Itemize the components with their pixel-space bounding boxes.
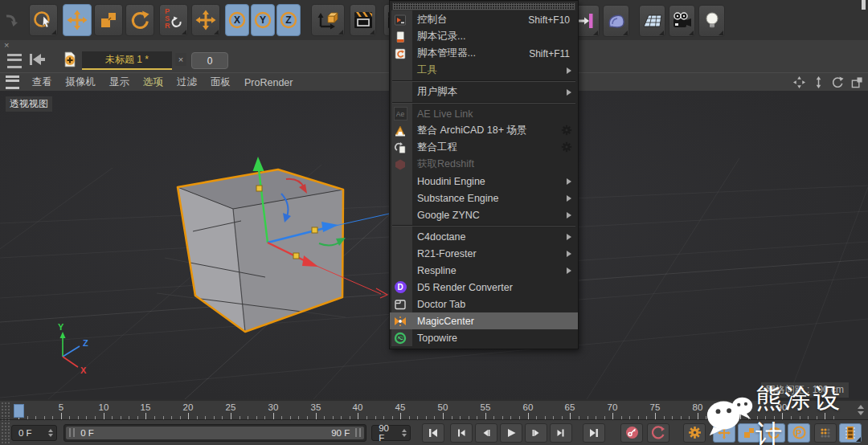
menu-item-c4doctane[interactable]: C4doctane [390,228,578,245]
previous-key-button[interactable] [450,423,473,443]
last-tool-move-button[interactable] [191,4,220,36]
camera-button[interactable] [669,5,695,37]
menu-panel[interactable]: 面板 [211,76,231,89]
topowire-icon [394,332,407,345]
cube-object[interactable] [157,169,346,332]
submenu-arrow-icon [567,212,571,218]
submenu-arrow-icon [567,89,571,96]
viewport-menu-icon[interactable] [6,76,19,89]
undo-button[interactable] [2,4,24,36]
layout-menu-icon[interactable] [7,54,22,68]
record-keyframe-button[interactable] [620,423,643,443]
menu-display[interactable]: 显示 [109,76,129,89]
console-icon [394,14,407,27]
menu-item-ae-live-link[interactable]: Ae AE Live Link [390,105,578,122]
menu-item-topowire[interactable]: Topowire [390,329,578,346]
coordinate-system-icon [316,10,340,31]
menu-item-substance-engine[interactable]: Substance Engine [390,190,578,206]
viewport-name-label: 透视视图 [6,96,52,112]
tab-close-button[interactable]: × [175,53,186,66]
frame-spinner[interactable] [43,429,53,437]
toggle-view-icon[interactable] [851,76,863,88]
move-tool-icon [67,10,88,31]
range-start-cap[interactable] [69,428,75,437]
preview-range-slider[interactable]: 0 F 90 F [63,424,366,442]
timeline-playhead[interactable] [14,404,24,418]
range-end-cap[interactable] [355,428,361,437]
light-button[interactable] [698,5,725,37]
menu-view[interactable]: 查看 [32,76,52,89]
timeline-grip[interactable] [0,401,10,421]
play-button[interactable] [500,423,522,443]
next-key-button[interactable] [550,423,572,443]
render-view-button[interactable] [350,4,376,36]
new-document-button[interactable] [61,51,79,71]
menu-prorender[interactable]: ProRender [244,77,293,88]
menu-item-user-scripts[interactable]: 用户脚本 [390,84,578,100]
live-selection-icon [33,10,54,31]
move-tool-button[interactable] [63,4,92,36]
autokey-button[interactable] [647,423,669,443]
keying-settings-button[interactable] [683,423,706,443]
pan-view-icon[interactable] [793,76,805,88]
goto-start-icon [427,427,440,439]
goto-end-button[interactable] [583,423,605,443]
floor-environment-button[interactable] [639,5,665,37]
menu-item-console[interactable]: 控制台 Shift+F10 [390,11,578,28]
menu-item-houdini-engine[interactable]: Houdini Engine [390,173,578,190]
menu-item-get-redshift[interactable]: 获取Redshift [390,156,578,173]
bottombar-grip[interactable] [0,420,10,445]
menu-item-doctor-tab[interactable]: Doctor Tab [390,296,578,312]
script-log-icon [394,31,407,43]
z-axis-lock-button[interactable]: Z [276,4,301,36]
menu-item-merge-project[interactable]: 整合工程 [390,139,578,156]
ae-live-link-icon: Ae [394,107,407,120]
scale-tool-icon [98,10,119,31]
frame-counter-field[interactable]: 0 [191,52,228,69]
menu-cameras[interactable]: 摄像机 [66,76,96,89]
rotate-view-icon[interactable] [832,76,844,88]
scale-tool-button[interactable] [94,4,123,36]
goto-end-icon [588,427,600,439]
svg-text:Z: Z [83,338,88,348]
merge-project-icon [394,141,407,154]
menu-item-script-manager[interactable]: 脚本管理器... Shift+F11 [390,45,578,62]
document-tab[interactable]: 未标题 1 * [82,51,172,70]
live-selection-button[interactable] [29,4,58,36]
submenu-arrow-icon [567,267,571,274]
zoom-view-icon[interactable] [813,76,825,88]
menu-item-respline[interactable]: Respline [390,262,578,279]
record-key-icon [625,426,639,439]
current-frame-field[interactable]: 0 F [11,425,57,441]
world-axis-triad: Y Z X [58,322,88,375]
end-frame-field[interactable]: 90 F [371,425,411,441]
menu-options[interactable]: 选项 [143,76,163,89]
new-document-icon [61,51,79,68]
d5-render-icon: D [395,281,407,293]
previous-frame-button[interactable] [475,423,497,443]
x-axis-lock-button[interactable]: X [225,4,249,36]
submenu-arrow-icon [567,195,571,202]
psr-keyframe-button[interactable]: PSR [159,4,188,36]
menu-item-script-log[interactable]: 脚本记录... [390,28,578,45]
menu-filter[interactable]: 过滤 [177,76,197,89]
menu-item-r21-forester[interactable]: R21-Forester [390,245,578,262]
goto-start-button[interactable] [422,423,444,443]
menu-item-tools[interactable]: 工具 [390,62,578,79]
panel-close-button[interactable]: × [4,40,9,50]
rotate-tool-button[interactable] [125,4,154,36]
back-arrow-button[interactable] [27,51,47,71]
menu-item-d5-render-converter[interactable]: D D5 Render Converter [390,279,578,296]
doctor-tab-icon [394,298,407,311]
menu-item-google-zync[interactable]: Google ZYNC [390,206,578,223]
coordinate-system-button[interactable] [311,4,345,36]
range-bar[interactable]: 0 F 90 F [66,427,364,439]
sculpt-tool-button[interactable] [603,5,629,37]
svg-text:X: X [80,365,87,375]
menu-item-archicad[interactable]: 整合 ArchiCAD 18+ 场景 [390,122,578,139]
next-frame-button[interactable] [525,423,547,443]
menu-tearoff-strip[interactable] [392,2,575,10]
menu-item-magic-center[interactable]: MagicCenter [390,312,578,329]
y-axis-lock-button[interactable]: Y [251,4,275,36]
frame-spinner[interactable] [397,429,407,437]
